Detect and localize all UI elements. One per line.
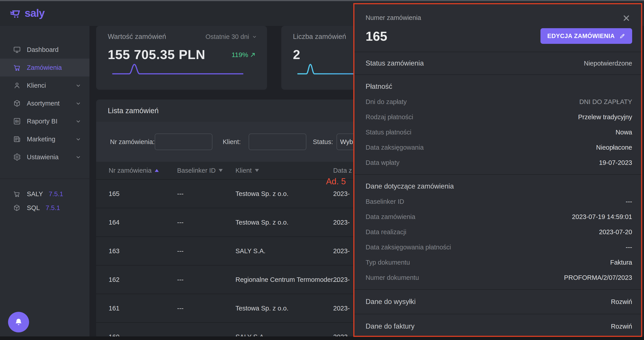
sidebar-item-label: Zamówienia [27, 64, 62, 71]
close-icon [622, 14, 630, 22]
newspaper-icon [13, 135, 21, 143]
chevron-down-icon [75, 82, 82, 88]
detail-row: Baselinker ID --- [366, 194, 632, 209]
panel-header: Numer zamówienia 165 EDYCJA ZAMÓWIENIA [354, 4, 641, 52]
sidebar-item-klienci[interactable]: Klienci [0, 76, 90, 94]
sidebar-item-marketing[interactable]: Marketing [0, 130, 90, 148]
filter-status-label: Status: [313, 138, 333, 146]
cart-icon [13, 64, 21, 72]
sidebar-item-zamowienia[interactable]: Zamówienia [0, 58, 90, 76]
sort-icon [255, 169, 259, 172]
sidebar-item-dashboard[interactable]: Dashboard [0, 41, 90, 58]
order-status-row: Status zamówienia Niepotwierdzone [354, 52, 641, 74]
detail-row: Data zaksięgowania płatności --- [366, 240, 632, 255]
order-data-header: Dane dotyczące zamówienia [366, 182, 632, 190]
logo-cart-icon [10, 8, 22, 19]
panel-title-label: Numer zamówienia [366, 14, 632, 22]
shipping-data-row: Dane do wysyłki Rozwiń [354, 289, 641, 314]
cell-baselinker-id: --- [177, 305, 184, 312]
detail-label: Data wpłaty [366, 159, 400, 166]
cell-order-no: 160 [109, 333, 120, 337]
close-button[interactable] [622, 13, 631, 23]
detail-row: Status płatności Nowa [366, 124, 632, 140]
detail-row: Typ dokumentu Faktura [366, 255, 632, 270]
detail-row: Data zamówienia 2023-07-19 14:59:01 [366, 209, 632, 224]
cell-baselinker-id: --- [177, 219, 184, 226]
detail-value: Faktura [610, 259, 632, 266]
svg-text:Bi: Bi [15, 119, 19, 123]
cell-client: SALY S.A. [236, 333, 266, 337]
bell-icon [14, 318, 23, 326]
gear-icon [13, 153, 21, 161]
detail-label: Dni do zapłaty [366, 98, 407, 106]
column-header-baselinker-id[interactable]: Baselinker ID [177, 167, 223, 174]
annotation-ad5: Ad. 5 [326, 177, 346, 186]
detail-label: Numer dokumentu [366, 274, 419, 282]
payment-header: Płatność [366, 82, 632, 90]
detail-label: Typ dokumentu [366, 259, 410, 266]
logo-text: saly [24, 7, 44, 19]
cell-order-no: 161 [109, 305, 120, 312]
cell-baselinker-id: --- [177, 276, 184, 284]
shipping-expand-link[interactable]: Rozwiń [611, 298, 632, 306]
detail-value: Przelew tradycyjny [578, 114, 632, 121]
orders-value-delta: 119% [232, 51, 256, 58]
detail-row: Rodzaj płatności Przelew tradycyjny [366, 110, 632, 124]
detail-label: Data realizacji [366, 228, 406, 236]
sidebar-item-label: Klienci [27, 82, 46, 89]
detail-label: Data zaksięgowania płatności [366, 244, 451, 251]
cell-order-no: 165 [109, 190, 120, 198]
chevron-down-icon [252, 34, 257, 39]
detail-value: 2023-07-19 14:59:01 [572, 213, 632, 220]
pencil-icon [619, 33, 626, 39]
column-header-order-no[interactable]: Nr zamówienia [109, 167, 159, 174]
cell-baselinker-id: --- [177, 190, 184, 198]
sidebar-item-ustawienia[interactable]: Ustawienia [0, 148, 90, 166]
cart-icon [13, 190, 20, 198]
detail-value: Nowa [616, 128, 632, 136]
edit-order-label: EDYCJA ZAMÓWIENIA [547, 33, 615, 40]
cell-baselinker-id: --- [177, 333, 184, 337]
sidebar-item-label: Ustawienia [27, 154, 58, 161]
invoice-data-row: Dane do faktury Rozwiń [354, 314, 641, 338]
edit-order-button[interactable]: EDYCJA ZAMÓWIENIA [540, 28, 632, 44]
filter-order-no-input[interactable] [155, 134, 212, 150]
detail-label: Rodzaj płatności [366, 114, 413, 121]
sidebar-nav: Dashboard Zamówienia Klienci [0, 26, 90, 166]
detail-label: Data zamówienia [366, 213, 415, 220]
detail-row: Data zaksięgowania Nieopłacone [366, 140, 632, 155]
invoice-expand-link[interactable]: Rozwiń [611, 323, 632, 330]
monitor-icon [13, 46, 21, 54]
sort-icon [219, 169, 223, 172]
period-label: Ostatnie 30 dni [206, 33, 249, 40]
version-saly: SALY 7.5.1 [0, 187, 90, 201]
version-label: SALY [27, 190, 43, 198]
sort-asc-icon [155, 169, 159, 172]
chevron-down-icon [75, 154, 82, 160]
orders-value: 155 705.35 PLN [108, 47, 205, 62]
column-header-client[interactable]: Klient [236, 167, 259, 174]
notifications-button[interactable] [8, 312, 29, 332]
cell-order-no: 164 [109, 219, 120, 226]
filter-client-input[interactable] [249, 134, 306, 150]
version-number: 7.5.1 [46, 204, 60, 212]
person-icon [13, 82, 21, 90]
bi-report-icon: Bi [13, 117, 21, 125]
trend-up-icon [250, 52, 256, 58]
app-logo[interactable]: saly [10, 7, 44, 19]
detail-value: --- [626, 244, 632, 251]
period-dropdown[interactable]: Ostatnie 30 dni [206, 33, 257, 40]
detail-row: Data realizacji 2023-07-20 [366, 224, 632, 240]
sidebar-item-asortyment[interactable]: Asortyment [0, 94, 90, 112]
sidebar-item-raporty-bi[interactable]: Bi Raporty BI [0, 112, 90, 130]
version-number: 7.5.1 [49, 190, 63, 198]
chevron-down-icon [75, 100, 82, 106]
detail-row: Numer dokumentu PROFORMA/2/07/2023 [366, 270, 632, 285]
sidebar-item-label: Marketing [27, 136, 55, 143]
chevron-down-icon [75, 136, 82, 142]
detail-label: Baselinker ID [366, 198, 404, 205]
cell-client: SALY S.A. [236, 248, 266, 255]
shipping-data-header: Dane do wysyłki [366, 298, 416, 306]
detail-value: PROFORMA/2/07/2023 [564, 274, 632, 282]
sidebar: Dashboard Zamówienia Klienci [0, 26, 90, 336]
